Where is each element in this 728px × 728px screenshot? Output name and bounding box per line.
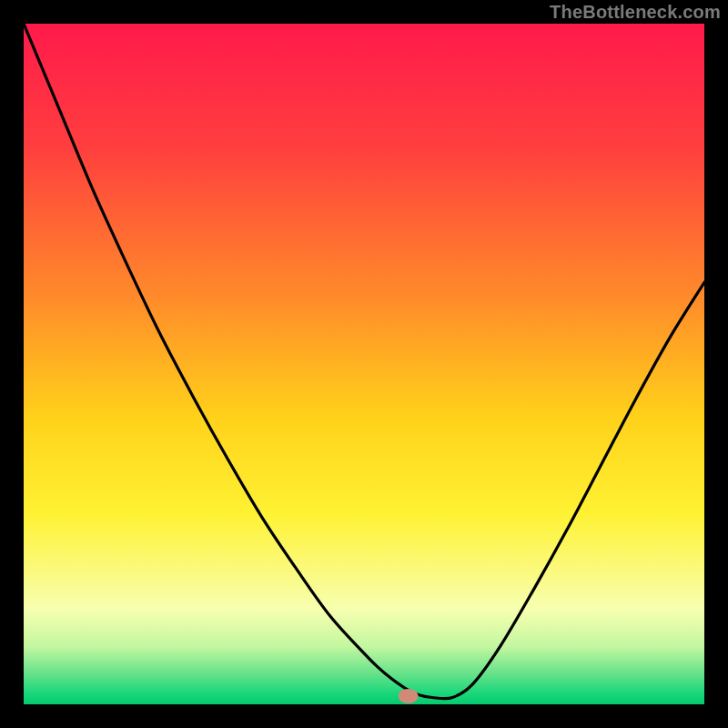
plot-area: [24, 24, 704, 704]
chart-background: [24, 24, 704, 704]
watermark-text: TheBottleneck.com: [550, 2, 721, 23]
chart-frame: TheBottleneck.com: [0, 0, 728, 728]
optimum-marker: [399, 689, 419, 703]
chart-svg: [24, 24, 704, 704]
